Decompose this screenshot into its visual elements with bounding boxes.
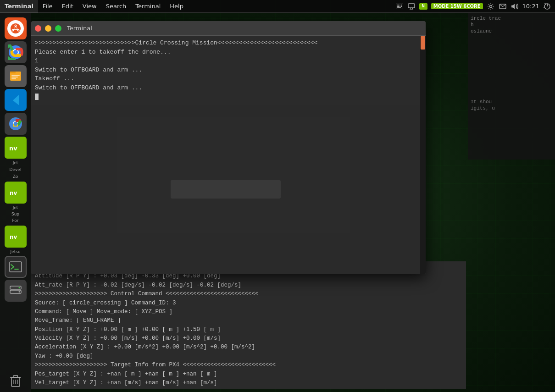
dock-nvidia1[interactable]: nv — [5, 137, 27, 159]
settings-icon[interactable] — [487, 2, 495, 11]
svg-point-23 — [12, 30, 13, 31]
svg-rect-31 — [11, 78, 16, 79]
svg-text:nv: nv — [10, 190, 17, 196]
svg-rect-30 — [11, 77, 18, 77]
svg-rect-1 — [397, 5, 398, 6]
keyboard-icon[interactable] — [395, 2, 404, 11]
svg-rect-7 — [400, 6, 400, 7]
bottom-line-vel-target: Vel_target [X Y Z] : +nan [m/s] +nan [m/… — [35, 379, 462, 387]
terminal-scrollbar-thumb[interactable] — [421, 36, 425, 50]
svg-rect-2 — [398, 5, 399, 6]
dock-jetbrains2-label: Jet — [2, 205, 29, 210]
maximize-button[interactable] — [55, 25, 61, 32]
bottom-line-vel2: Velocity [X Y Z] : +0.00 [m/s] +0.00 [m/… — [35, 334, 462, 343]
terminal-line-3: 1 — [35, 56, 422, 66]
svg-point-34 — [13, 122, 17, 126]
dock: nv Jet Devel Zo nv Jet Sup For nv Jetso — [0, 13, 31, 392]
dock-zoom-label: Zo — [2, 174, 29, 179]
terminal-line-5: Takeoff ... — [35, 74, 422, 83]
bottom-line-source: Source: [ circle_crossing ] Command_ID: … — [35, 299, 462, 308]
nvidia-taskbar-icon[interactable]: N — [419, 2, 427, 11]
terminal-bottom-content: Velocity [X Y Z] : +0.00 [m/s] +0.00 [m/… — [31, 261, 466, 389]
taskbar-right: N MODE 15W 6CORE — [395, 2, 555, 11]
dock-vscode[interactable] — [5, 89, 27, 111]
terminal-titlebar: Terminal — [31, 21, 426, 36]
minimize-button[interactable] — [45, 25, 51, 32]
clock: 10:21 — [522, 3, 539, 10]
terminal-line-1: >>>>>>>>>>>>>>>>>>>>>>>>>>>>Circle Cross… — [35, 39, 422, 48]
mail-icon[interactable] — [499, 2, 507, 11]
menu-view[interactable]: View — [78, 0, 101, 13]
taskbar: Terminal File Edit View Search Terminal … — [0, 0, 555, 13]
svg-rect-28 — [10, 72, 16, 73]
dock-terminal[interactable] — [5, 256, 27, 278]
right-panel-item1: ircle_trac — [471, 16, 552, 21]
svg-rect-3 — [400, 5, 400, 6]
svg-rect-5 — [397, 6, 398, 7]
display-icon[interactable] — [407, 2, 416, 11]
right-code-panel: ircle_trac h oslaunc It shou igits, u — [468, 13, 555, 160]
bottom-line-ctrl-hdr: >>>>>>>>>>>>>>>>>>>>> Control Command <<… — [35, 290, 462, 298]
dock-developer-label: Devel — [2, 167, 29, 172]
mode-badge: MODE 15W 6CORE — [431, 3, 483, 9]
svg-rect-29 — [11, 75, 20, 76]
dock-storage[interactable] — [5, 280, 27, 302]
menu-edit[interactable]: Edit — [57, 0, 78, 13]
dock-files[interactable] — [5, 65, 27, 87]
right-panel-spacer — [471, 35, 552, 99]
right-panel-item5: igits, u — [471, 105, 552, 111]
dock-sup-label: Sup — [2, 212, 29, 216]
bottom-line-acc: Acceleration [X Y Z] : +0.00 [m/s^2] +0.… — [35, 343, 462, 352]
right-panel-item4: It shou — [471, 99, 552, 105]
dock-trash[interactable] — [5, 370, 27, 392]
close-button[interactable] — [35, 25, 41, 32]
volume-icon[interactable] — [511, 2, 519, 11]
bottom-line-target-hdr: >>>>>>>>>>>>>>>>>>>>> Target Info from P… — [35, 361, 462, 370]
dock-for-label: For — [2, 218, 29, 223]
bottom-line-yaw: Yaw : +0.00 [deg] — [35, 352, 462, 361]
dock-jetbrains-label: Jet — [2, 160, 29, 166]
svg-point-26 — [13, 50, 18, 55]
terminal-line-6: Switch to OFFBOARD and arm ... — [35, 83, 422, 93]
terminal-window: Terminal >>>>>>>>>>>>>>>>>>>>>>>>>>>>Cir… — [31, 21, 426, 274]
bottom-line-pos-target: Pos_target [X Y Z] : +nan [ m ] +nan [ m… — [35, 370, 462, 379]
terminal-line-2: Please enter 1 to takeoff the drone... — [35, 48, 422, 57]
terminal-bottom: Velocity [X Y Z] : +0.00 [m/s] +0.00 [m/… — [31, 261, 466, 389]
svg-rect-4 — [401, 5, 402, 6]
desktop: Terminal File Edit View Search Terminal … — [0, 0, 555, 392]
bottom-line-frame: Move_frame: [ ENU_FRAME ] — [35, 316, 462, 325]
menu-search[interactable]: Search — [101, 0, 131, 13]
bottom-line-attrate: Att_rate [R P Y] : -0.02 [deg/s] -0.02 [… — [35, 281, 462, 290]
svg-text:nv: nv — [10, 234, 17, 240]
terminal-empty-area — [31, 105, 420, 274]
dock-nvidia2[interactable]: nv — [5, 182, 27, 204]
menu-file[interactable]: File — [38, 0, 57, 13]
svg-point-14 — [489, 5, 492, 7]
terminal-scrollbar-track[interactable] — [420, 36, 426, 274]
terminal-search-overlay — [171, 180, 281, 199]
svg-rect-8 — [401, 6, 402, 7]
svg-point-22 — [18, 30, 19, 31]
svg-rect-38 — [10, 262, 22, 272]
svg-rect-9 — [397, 7, 401, 8]
menu-terminal2[interactable]: Terminal — [131, 0, 165, 13]
terminal-body[interactable]: >>>>>>>>>>>>>>>>>>>>>>>>>>>>Circle Cross… — [31, 36, 426, 274]
dock-ubuntu[interactable] — [5, 17, 27, 39]
dock-nvidia3[interactable]: nv — [5, 226, 27, 248]
power-icon[interactable] — [543, 2, 551, 11]
svg-text:nv: nv — [9, 145, 17, 152]
bottom-line-command: Command: [ Move ] Move_mode: [ XYZ_POS ] — [35, 308, 462, 316]
menu-help[interactable]: Help — [165, 0, 188, 13]
svg-rect-10 — [408, 4, 415, 8]
dock-jetso-label: Jetso — [2, 249, 29, 254]
svg-point-42 — [18, 291, 20, 293]
dock-chrome[interactable] — [5, 41, 27, 63]
svg-point-21 — [15, 25, 16, 26]
menu-terminal[interactable]: Terminal — [0, 0, 38, 13]
svg-rect-6 — [398, 6, 399, 7]
right-panel-item2: h — [471, 22, 552, 28]
right-panel-item3: oslaunc — [471, 28, 552, 34]
dock-chromium[interactable] — [5, 113, 27, 135]
terminal-cursor-line — [35, 92, 422, 101]
terminal-line-4: Switch to OFFBOARD and arm ... — [35, 66, 422, 75]
